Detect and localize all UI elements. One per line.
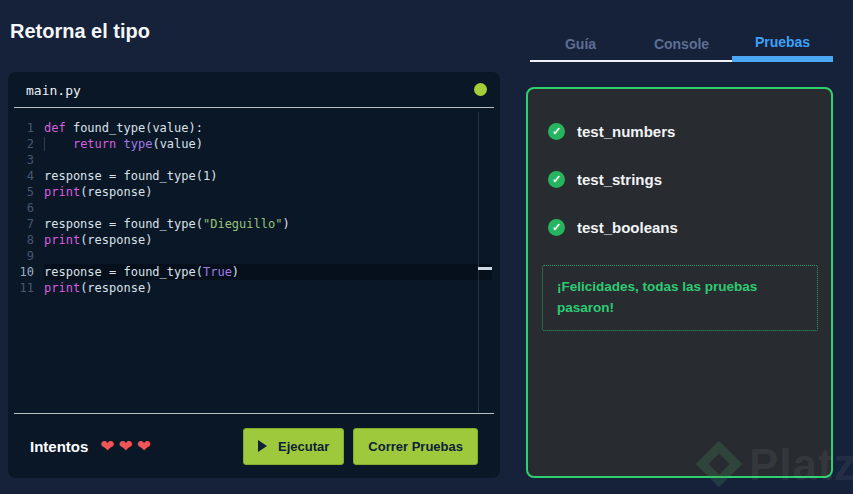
run-button[interactable]: Ejecutar	[243, 428, 344, 465]
code-token: )	[282, 217, 289, 231]
line-content: print(response)	[44, 184, 492, 200]
line-number: 2	[8, 136, 34, 152]
line-content: print(response)	[44, 232, 492, 248]
exercise-page: Retorna el tipo main.py 1def found_type(…	[0, 0, 853, 494]
check-passed-icon: ✓	[548, 123, 565, 140]
heart-icon: ❤	[137, 438, 151, 455]
code-token: def	[44, 121, 66, 135]
test-row-test_booleans: ✓test_booleans	[548, 219, 811, 236]
code-line-10[interactable]: 10response = found_type(True)	[8, 264, 500, 280]
code-token: type	[124, 137, 153, 151]
page-title: Retorna el tipo	[10, 20, 150, 43]
line-content	[44, 152, 492, 168]
editor-status-dot-icon	[474, 83, 487, 96]
code-token: (value)	[152, 137, 203, 151]
heart-icon: ❤	[119, 438, 133, 455]
code-line-7[interactable]: 7response = found_type("Dieguillo")	[8, 216, 500, 232]
code-token: True	[203, 265, 232, 279]
run-tests-button[interactable]: Correr Pruebas	[353, 428, 478, 465]
code-token: (response)	[80, 233, 152, 247]
code-token: "Dieguillo"	[203, 217, 282, 231]
code-token: response = found_type(	[44, 217, 203, 231]
line-number: 9	[8, 248, 34, 264]
line-number: 3	[8, 152, 34, 168]
line-number: 6	[8, 200, 34, 216]
play-icon	[258, 440, 267, 452]
line-number: 4	[8, 168, 34, 184]
code-line-3[interactable]: 3	[8, 152, 500, 168]
line-content: def found_type(value):	[44, 120, 492, 136]
editor-footer: Intentos ❤❤❤ Ejecutar Correr Pruebas	[8, 414, 500, 478]
run-tests-button-label: Correr Pruebas	[368, 439, 463, 454]
test-name: test_booleans	[577, 219, 678, 236]
line-content	[44, 248, 492, 264]
attempts-hearts: ❤❤❤	[100, 438, 151, 455]
code-token	[116, 137, 123, 151]
line-content	[44, 200, 492, 216]
code-token: response = found_type(1)	[44, 169, 217, 183]
tests-success-message: ¡Felicidades, todas las pruebas pasaron!	[542, 265, 818, 331]
tab-label: Guía	[565, 36, 596, 52]
line-content: return type(value)	[44, 136, 492, 152]
code-token	[44, 137, 73, 151]
tests-panel: ✓test_numbers✓test_strings✓test_booleans…	[526, 87, 833, 478]
code-line-5[interactable]: 5print(response)	[8, 184, 500, 200]
line-content: response = found_type("Dieguillo")	[44, 216, 492, 232]
code-token: return	[73, 137, 116, 151]
tab-pruebas[interactable]: Pruebas	[732, 28, 833, 62]
line-number: 10	[8, 264, 34, 280]
attempts-label: Intentos	[30, 438, 88, 455]
run-button-label: Ejecutar	[278, 439, 329, 454]
test-name: test_strings	[577, 171, 662, 188]
code-token: (response)	[80, 281, 152, 295]
code-line-6[interactable]: 6	[8, 200, 500, 216]
code-line-2[interactable]: 2 return type(value)	[8, 136, 500, 152]
code-token: (response)	[80, 185, 152, 199]
cursor-position-marker	[478, 267, 492, 270]
editor-filename: main.py	[26, 83, 81, 98]
tab-bar: GuíaConsolePruebas	[530, 28, 833, 62]
heart-icon: ❤	[100, 438, 114, 455]
test-name: test_numbers	[577, 123, 675, 140]
code-area[interactable]: 1def found_type(value):2 return type(val…	[8, 108, 500, 425]
line-number: 1	[8, 120, 34, 136]
tab-guia[interactable]: Guía	[530, 28, 631, 62]
test-row-test_strings: ✓test_strings	[548, 171, 811, 188]
code-line-9[interactable]: 9	[8, 248, 500, 264]
code-line-8[interactable]: 8print(response)	[8, 232, 500, 248]
tab-label: Pruebas	[755, 34, 810, 50]
code-editor-card: main.py 1def found_type(value):2 return …	[8, 72, 500, 478]
test-row-test_numbers: ✓test_numbers	[548, 123, 811, 140]
tab-console[interactable]: Console	[631, 28, 732, 62]
tests-list: ✓test_numbers✓test_strings✓test_booleans	[548, 123, 811, 236]
line-content: response = found_type(1)	[44, 168, 492, 184]
code-line-4[interactable]: 4response = found_type(1)	[8, 168, 500, 184]
check-passed-icon: ✓	[548, 219, 565, 236]
line-number: 5	[8, 184, 34, 200]
line-number: 8	[8, 232, 34, 248]
line-content: print(response)	[44, 280, 492, 296]
code-token: print	[44, 281, 80, 295]
check-passed-icon: ✓	[548, 171, 565, 188]
action-buttons: Ejecutar Correr Pruebas	[243, 428, 478, 465]
code-token: )	[232, 265, 239, 279]
line-content: response = found_type(True)	[44, 264, 492, 280]
line-number: 7	[8, 216, 34, 232]
editor-overview-ruler	[478, 112, 479, 412]
code-line-1[interactable]: 1def found_type(value):	[8, 120, 500, 136]
tab-label: Console	[654, 36, 709, 52]
code-token: print	[44, 233, 80, 247]
code-token: print	[44, 185, 80, 199]
line-number: 11	[8, 280, 34, 296]
code-token: found_type(value):	[66, 121, 203, 135]
code-token: response = found_type(	[44, 265, 203, 279]
code-line-11[interactable]: 11print(response)	[8, 280, 500, 296]
